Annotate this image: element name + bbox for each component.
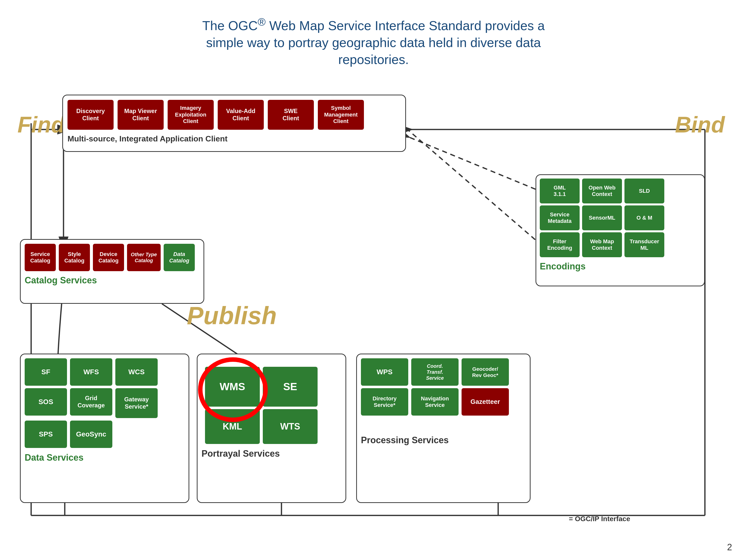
sos-btn[interactable]: SOS <box>25 388 67 416</box>
catalog-services-label: Catalog Services <box>21 273 204 288</box>
filter-encoding-btn[interactable]: FilterEncoding <box>540 232 579 257</box>
find-label: Find <box>18 112 65 138</box>
gazetteer-btn[interactable]: Gazetteer <box>462 388 509 416</box>
web-map-context-btn[interactable]: Web MapContext <box>582 232 622 257</box>
svg-line-9 <box>409 137 536 189</box>
coord-transf-btn[interactable]: Coord.Transf.Service <box>411 358 459 386</box>
service-metadata-btn[interactable]: ServiceMetadata <box>540 206 579 230</box>
wfs-btn[interactable]: WFS <box>70 358 112 386</box>
data-services-label: Data Services <box>21 450 188 465</box>
navigation-service-btn[interactable]: NavigationService <box>411 388 459 416</box>
discovery-client-btn[interactable]: Discovery Client <box>68 100 113 130</box>
encodings-box: GML3.1.1 Open WebContext SLD ServiceMeta… <box>536 174 705 286</box>
se-btn[interactable]: SE <box>263 367 317 407</box>
diagram: Find Bind Discovery Client Map Viewer Cl… <box>12 80 730 533</box>
grid-coverage-btn[interactable]: GridCoverage <box>70 388 112 416</box>
bind-label: Bind <box>675 112 725 138</box>
gml-btn[interactable]: GML3.1.1 <box>540 179 579 204</box>
portrayal-services-label: Portrayal Services <box>198 447 345 461</box>
device-catalog-btn[interactable]: DeviceCatalog <box>93 244 124 271</box>
open-web-context-btn[interactable]: Open WebContext <box>582 179 622 204</box>
service-catalog-btn[interactable]: ServiceCatalog <box>25 244 56 271</box>
wms-highlight-circle <box>198 357 268 422</box>
sld-btn[interactable]: SLD <box>624 179 664 204</box>
o-and-m-btn[interactable]: O & M <box>624 206 664 230</box>
sensorml-btn[interactable]: SensorML <box>582 206 622 230</box>
data-services-box: SF WFS WCS SOS GridCoverage GatewayServi… <box>20 353 189 503</box>
imagery-client-btn[interactable]: ImageryExploitationClient <box>168 100 214 130</box>
wps-btn[interactable]: WPS <box>361 358 408 386</box>
processing-services-label: Processing Services <box>357 433 530 448</box>
encodings-label: Encodings <box>536 259 704 274</box>
processing-services-box: WPS Coord.Transf.Service Geocoder/Rev Ge… <box>356 353 531 503</box>
gateway-service-btn[interactable]: GatewayService* <box>115 388 158 418</box>
value-add-client-btn[interactable]: Value-AddClient <box>218 100 264 130</box>
other-type-catalog-btn[interactable]: Other TypeCatalog <box>127 244 161 271</box>
geocoder-btn[interactable]: Geocoder/Rev Geoc* <box>462 358 509 386</box>
style-catalog-btn[interactable]: StyleCatalog <box>59 244 90 271</box>
catalog-services-box: ServiceCatalog StyleCatalog DeviceCatalo… <box>20 239 204 304</box>
wcs-btn[interactable]: WCS <box>115 358 158 386</box>
publish-label: Publish <box>187 301 277 330</box>
ogc-interface-label: = OGC/IP Interface <box>569 515 630 523</box>
directory-service-btn[interactable]: DirectoryService* <box>361 388 408 416</box>
data-catalog-btn[interactable]: DataCatalog <box>164 244 195 271</box>
app-client-box: Discovery Client Map Viewer Client Image… <box>62 95 406 152</box>
transducer-ml-btn[interactable]: TransducerML <box>624 232 664 257</box>
multi-source-label: Multi-source, Integrated Application Cli… <box>63 132 405 145</box>
sps-btn[interactable]: SPS <box>25 421 67 448</box>
page-number: 2 <box>727 542 732 553</box>
map-viewer-client-btn[interactable]: Map Viewer Client <box>118 100 164 130</box>
symbol-mgmt-client-btn[interactable]: SymbolManagementClient <box>318 100 364 130</box>
title-text: The OGC® Web Map Service Interface Stand… <box>202 19 545 66</box>
geosync-btn[interactable]: GeoSync <box>70 421 112 448</box>
sf-btn[interactable]: SF <box>25 358 67 386</box>
wts-btn[interactable]: WTS <box>263 409 317 444</box>
title: The OGC® Web Map Service Interface Stand… <box>0 0 747 78</box>
swe-client-btn[interactable]: SWEClient <box>268 100 314 130</box>
